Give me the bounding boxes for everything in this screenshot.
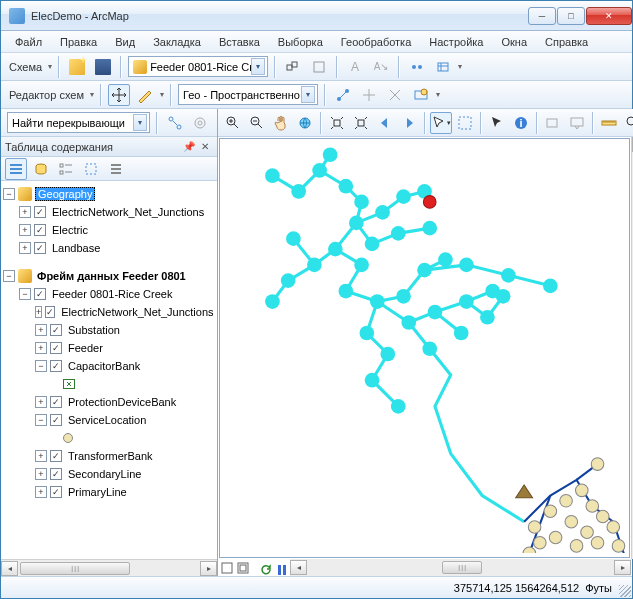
net-tool-2[interactable] [358,84,380,106]
tool-btn-2[interactable] [308,56,330,78]
resize-grip-icon[interactable] [619,585,631,597]
html-popup-button[interactable] [566,112,588,134]
checkbox[interactable]: ✓ [34,288,46,300]
tree-item[interactable]: Landbase [50,242,102,254]
expand-icon[interactable]: + [19,206,31,218]
checkbox[interactable]: ✓ [50,414,62,426]
checkbox[interactable]: ✓ [50,324,62,336]
list-by-visibility-button[interactable] [55,158,77,180]
expand-icon[interactable]: + [19,224,31,236]
move-tool[interactable] [108,84,130,106]
data-view-button[interactable] [220,561,234,575]
menu-edit[interactable]: Правка [52,34,105,50]
checkbox[interactable]: ✓ [34,242,46,254]
checkbox[interactable]: ✓ [34,206,46,218]
select-tool[interactable]: ▾ [430,112,452,134]
menu-insert[interactable]: Вставка [211,34,268,50]
menu-view[interactable]: Вид [107,34,143,50]
checkbox[interactable]: ✓ [45,306,55,318]
zoom-out-button[interactable] [246,112,268,134]
checkbox[interactable]: ✓ [50,468,62,480]
tree-item[interactable]: SecondaryLine [66,468,143,480]
minimize-button[interactable]: ─ [528,7,556,25]
map-canvas[interactable] [219,138,630,558]
tree-item[interactable]: Feeder [66,342,105,354]
expand-icon[interactable]: + [35,468,47,480]
expand-icon[interactable]: + [35,306,42,318]
hyperlink-button[interactable] [542,112,564,134]
expand-icon[interactable]: + [35,486,47,498]
tool-btn-1[interactable] [282,56,304,78]
back-button[interactable] [374,112,396,134]
expand-icon[interactable]: − [19,288,31,300]
options-button[interactable] [105,158,127,180]
menu-geoprocessing[interactable]: Геообработка [333,34,420,50]
tree-item[interactable]: CapacitorBank [66,360,142,372]
maximize-button[interactable]: □ [557,7,585,25]
find-tool-1[interactable] [164,112,186,134]
net-tool-1[interactable] [332,84,354,106]
menu-customize[interactable]: Настройка [421,34,491,50]
open-button[interactable] [66,56,88,78]
zoom-out-fixed-button[interactable] [350,112,372,134]
tool-btn-5[interactable] [406,56,428,78]
forward-button[interactable] [398,112,420,134]
tree-geography[interactable]: Geography [35,187,95,201]
pan-button[interactable] [270,112,292,134]
tree-item[interactable]: ElectricNetwork_Net_Junctions [59,306,215,318]
tree-feeder[interactable]: Feeder 0801-Rice Creek [50,288,174,300]
find-combo[interactable]: Найти перекрывающи ▾ [7,112,150,133]
checkbox[interactable]: ✓ [50,396,62,408]
net-tool-4[interactable] [410,84,432,106]
full-extent-button[interactable] [294,112,316,134]
measure-button[interactable] [598,112,620,134]
menu-selection[interactable]: Выборка [270,34,331,50]
expand-icon[interactable]: − [35,414,47,426]
menu-bookmark[interactable]: Закладка [145,34,209,50]
expand-icon[interactable]: + [35,324,47,336]
close-panel-icon[interactable]: ✕ [197,139,213,155]
tree-item[interactable]: ServiceLocation [66,414,148,426]
tree-item[interactable]: Substation [66,324,122,336]
menu-file[interactable]: Файл [7,34,50,50]
layout-view-button[interactable] [236,561,250,575]
tool-btn-3[interactable]: A [344,56,366,78]
find-tool-2[interactable] [189,112,211,134]
tool-btn-6[interactable] [432,56,454,78]
checkbox[interactable]: ✓ [50,450,62,462]
expand-icon[interactable]: + [19,242,31,254]
expand-icon[interactable]: − [3,188,15,200]
list-by-selection-button[interactable] [80,158,102,180]
expand-icon[interactable]: + [35,396,47,408]
checkbox[interactable]: ✓ [50,486,62,498]
clear-selection-button[interactable] [454,112,476,134]
net-tool-3[interactable] [384,84,406,106]
list-by-source-button[interactable] [30,158,52,180]
tool-btn-4[interactable]: A↘ [370,56,392,78]
tree-item[interactable]: TransformerBank [66,450,155,462]
edit-tool[interactable] [134,84,156,106]
expand-icon[interactable]: + [35,450,47,462]
map-hscroll[interactable]: ◂ ׀׀׀ ▸ [290,559,631,576]
tree-item[interactable]: Electric [50,224,90,236]
close-button[interactable]: ✕ [586,7,632,25]
identify-button[interactable]: i [510,112,532,134]
geo-combo[interactable]: Гео - Пространственно ▾ [178,84,318,105]
menu-windows[interactable]: Окна [493,34,535,50]
find-button[interactable] [622,112,633,134]
save-button[interactable] [92,56,114,78]
pin-icon[interactable]: 📌 [181,139,197,155]
tree-frame[interactable]: Фрейм данных Feeder 0801 [35,270,188,282]
tree-item[interactable]: ElectricNetwork_Net_Junctions [50,206,206,218]
list-by-drawing-button[interactable] [5,158,27,180]
feeder-combo[interactable]: Feeder 0801-Rice Cre ▾ [128,56,268,77]
tree-hscroll[interactable]: ◂ ׀׀׀ ▸ [1,559,217,576]
checkbox[interactable]: ✓ [50,342,62,354]
layer-tree[interactable]: −Geography +✓ElectricNetwork_Net_Junctio… [1,181,217,559]
expand-icon[interactable]: + [35,342,47,354]
zoom-in-button[interactable] [222,112,244,134]
menu-help[interactable]: Справка [537,34,596,50]
checkbox[interactable]: ✓ [50,360,62,372]
tree-item[interactable]: ProtectionDeviceBank [66,396,178,408]
expand-icon[interactable]: − [3,270,15,282]
